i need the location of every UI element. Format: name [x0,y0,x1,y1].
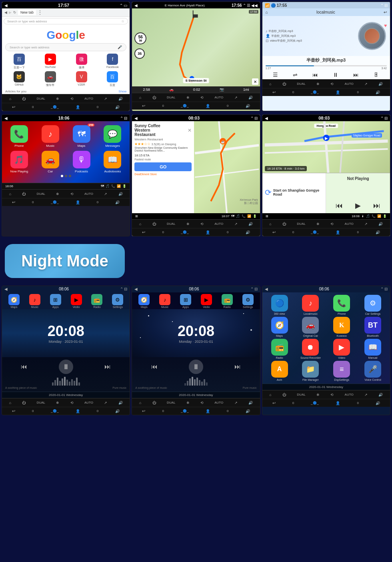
auto-label[interactable]: AUTO [84,97,93,100]
snow-n2[interactable]: ❄ [186,222,190,226]
snow-nn3[interactable]: ❄ [316,393,320,397]
window-icon[interactable]: ▭ [124,3,127,8]
back-icon[interactable]: ◀ [4,3,8,8]
menu-icon[interactable]: ☰ [247,3,250,8]
loop-nn3[interactable]: ⟲ [330,393,334,397]
route-nn1[interactable]: ↗ [104,401,107,405]
bluetooth-app[interactable]: BT Bluetooth [358,317,388,337]
settings-night[interactable]: ⚙ Settings [112,294,123,308]
vol2-sp[interactable]: 🔊 [376,230,380,234]
back-btn[interactable]: ◀ [4,10,7,14]
mic-icon[interactable]: 🎤 [118,45,122,49]
vol-cp[interactable]: 🔊 [118,192,123,196]
avin-app[interactable]: A Avin [265,361,294,381]
back-icon-6[interactable]: ◀ [265,116,268,120]
auto-nn3[interactable]: AUTO [345,393,354,396]
power-n2[interactable]: ⏻ [152,222,156,226]
home-icon[interactable]: ⌂ [9,97,11,101]
vol2-n2[interactable]: 🔊 [246,230,250,234]
audiobooks-app[interactable]: 📖 Audiobooks [98,151,126,173]
forward-btn[interactable]: ▶ [9,10,12,14]
slider-n2[interactable]: ⎯🔵⎯ [181,230,189,234]
loop-n2[interactable]: ⟲ [200,222,204,226]
loop-icon-mu[interactable]: ⟲ [330,82,334,86]
maps-app[interactable]: 🗺 259 Maps [68,125,96,148]
vol2-cp[interactable]: 🔊 [115,200,120,204]
dual-icon-mu[interactable]: DUAL [297,82,305,86]
power-icon[interactable]: ⏻ [22,97,26,101]
progress-track[interactable] [266,65,387,66]
loop-nn1[interactable]: ⟲ [70,401,74,405]
music-app[interactable]: ♪ Music [36,125,64,148]
home-nn3[interactable]: ⌂ [269,393,271,397]
slider-nn2[interactable]: ⎯🔵⎯ [181,409,189,413]
slider-cp[interactable]: ⎯🔵⎯ [51,200,59,204]
person-nav[interactable]: 👤 [206,104,210,108]
close-poi[interactable]: ✕ [188,128,192,133]
shuffle-btn[interactable]: ⇌ [293,72,298,78]
home-icon-m[interactable]: ⌂ [266,10,268,14]
star-icon[interactable]: ☆ [121,19,124,23]
home-icon-n[interactable]: ⌂ [139,96,141,100]
vedio-night[interactable]: ▶ Vedio [71,294,82,308]
back2-n2[interactable]: ↩ [142,230,145,234]
route-icon[interactable]: ↗ [104,97,107,101]
music-n2[interactable]: ♪ Music [159,294,170,308]
playlist-btn[interactable]: ☰ [273,72,278,78]
back-icon-n3[interactable]: ◀ [265,287,268,292]
shortcut-facebook[interactable]: f Facebook [98,54,127,70]
track-item-3[interactable]: ⊡ video/半壶纱_刘珂矣.mp3 [266,38,302,43]
vol-icon-mu[interactable]: 🔊 [378,82,383,86]
person-n2[interactable]: 👤 [206,230,210,234]
radio-grid-app[interactable]: 📻 Radio [265,339,294,359]
up-n1[interactable]: ⌃ [120,287,123,292]
show-btn[interactable]: Show [118,90,126,93]
night-next-2[interactable]: ⏭ [234,363,241,370]
snow-nn2[interactable]: ❄ [186,401,190,405]
home-nn2[interactable]: ⌂ [139,401,141,405]
back2-nn2[interactable]: ↩ [142,409,145,413]
power-nn2[interactable]: ⏻ [152,401,156,405]
back2-nav[interactable]: ↩ [142,104,145,108]
loop-icon[interactable]: ⟲ [70,97,74,101]
back-icon-m[interactable]: ↩ [384,10,387,14]
route-icon-n[interactable]: ↗ [234,96,238,100]
grid-icon2[interactable]: ⊞ [266,214,268,218]
loop-cp[interactable]: ⟲ [70,192,74,196]
vol-nn1[interactable]: 🔊 [118,401,123,405]
maps-n2[interactable]: 🧭 Maps [138,294,150,308]
snow-icon-n[interactable]: ❄ [186,96,190,100]
up-icon-3[interactable]: ⌃ [380,3,384,8]
person-cp[interactable]: 👤 [76,200,80,204]
radio-night[interactable]: 📻 Radio [91,294,102,308]
dual-sp[interactable]: DUAL [297,222,305,226]
back2-cp[interactable]: ↩ [12,200,15,204]
route-sp[interactable]: ↗ [364,222,368,226]
night-prev-2[interactable]: ⏮ [151,363,158,370]
soundrecorder-app[interactable]: ⏺ Sound Recorder [296,339,325,359]
vedio-n2[interactable]: ▶ Vedio [201,294,212,308]
loop-icon-n[interactable]: ⟲ [200,96,204,100]
nowplaying-app[interactable]: 🎵 Now Playing [5,151,33,173]
vol-n2[interactable]: 🔊 [248,222,253,226]
vol2[interactable]: 🔊 [115,105,120,109]
music-night[interactable]: ♪ Music [29,294,40,308]
mini-prev[interactable]: ⏮ [336,202,343,210]
loop-sp[interactable]: ⟲ [330,222,334,226]
person1[interactable]: 👤 [76,105,80,109]
night-pause-2[interactable]: ⏸ [189,360,203,374]
power-sp[interactable]: ⏻ [282,222,286,226]
prev-btn[interactable]: ⏮ [312,72,318,78]
apps-night[interactable]: ⊞ Apps [50,294,61,308]
back2-icon[interactable]: ↩ [12,105,15,109]
snowflake-icon[interactable]: ❄ [56,97,59,101]
podcasts-app[interactable]: 🎙 Podcasts [68,151,96,173]
dual-icon-n[interactable]: DUAL [167,96,175,99]
up-icon-4[interactable]: ⌃ [120,116,123,120]
up-icon-5[interactable]: ⌃ [250,116,254,120]
vol-sp[interactable]: 🔊 [378,222,383,226]
auto-n2[interactable]: AUTO [214,222,223,226]
go-btn[interactable]: GO [134,162,192,171]
menu-icon-5[interactable]: ⊟ [254,116,258,120]
dual-cp[interactable]: DUAL [37,192,45,196]
